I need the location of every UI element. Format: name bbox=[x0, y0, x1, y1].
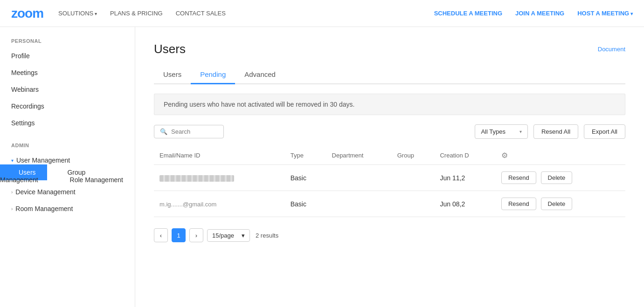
department-cell-1 bbox=[326, 165, 392, 191]
nav-right: SCHEDULE A MEETING JOIN A MEETING HOST A… bbox=[434, 10, 633, 17]
notice-bar: Pending users who have not activated wil… bbox=[154, 94, 625, 115]
email-cell-2: m.ig.......@gmail.com bbox=[154, 191, 285, 217]
tab-pending[interactable]: Pending bbox=[191, 66, 235, 84]
pagination: ‹ 1 › 15/page ▾ 2 results bbox=[154, 228, 625, 242]
chevron-right-icon: › bbox=[11, 190, 13, 195]
results-count: 2 results bbox=[256, 232, 278, 239]
col-type: Type bbox=[285, 146, 326, 165]
nav-left: zoom SOLUTIONS PLANS & PRICING CONTACT S… bbox=[11, 6, 226, 21]
type-select-label: All Types bbox=[481, 128, 506, 135]
type-select[interactable]: All Types ▾ bbox=[475, 124, 528, 139]
room-management-label: Room Management bbox=[15, 205, 73, 212]
sidebar: PERSONAL Profile Meetings Webinars Recor… bbox=[0, 27, 135, 307]
room-management-group[interactable]: › Room Management bbox=[0, 200, 135, 217]
tab-advanced[interactable]: Advanced bbox=[235, 66, 285, 84]
app-layout: PERSONAL Profile Meetings Webinars Recor… bbox=[0, 27, 644, 307]
email-blurred-2: m.ig.......@gmail.com bbox=[159, 201, 216, 208]
per-page-arrow: ▾ bbox=[242, 232, 245, 239]
next-page-button[interactable]: › bbox=[189, 228, 203, 242]
creation-cell-1: Jun 11,2 bbox=[434, 165, 495, 191]
top-navigation: zoom SOLUTIONS PLANS & PRICING CONTACT S… bbox=[0, 0, 644, 27]
delete-button-2[interactable]: Delete bbox=[541, 198, 573, 210]
sidebar-item-profile[interactable]: Profile bbox=[0, 48, 135, 64]
tab-users[interactable]: Users bbox=[154, 66, 191, 84]
device-management-label: Device Management bbox=[15, 188, 75, 196]
search-icon: 🔍 bbox=[160, 128, 167, 135]
type-cell-2: Basic bbox=[285, 191, 326, 217]
admin-label: ADMIN bbox=[0, 143, 135, 152]
group-cell-1 bbox=[392, 165, 435, 191]
toolbar: 🔍 All Types ▾ Resend All Export All bbox=[154, 124, 625, 139]
current-page-button[interactable]: 1 bbox=[172, 228, 186, 242]
sidebar-item-recordings[interactable]: Recordings bbox=[0, 98, 135, 115]
toolbar-right: All Types ▾ Resend All Export All bbox=[475, 124, 625, 139]
zoom-logo[interactable]: zoom bbox=[11, 6, 43, 21]
search-box[interactable]: 🔍 bbox=[154, 125, 224, 138]
personal-label: PERSONAL bbox=[0, 38, 135, 48]
table-row: Basic Jun 11,2 Resend Delete bbox=[154, 165, 625, 191]
nav-links: SOLUTIONS PLANS & PRICING CONTACT SALES bbox=[58, 10, 226, 17]
resend-all-button[interactable]: Resend All bbox=[533, 124, 578, 139]
actions-cell-2: Resend Delete bbox=[496, 191, 625, 217]
per-page-label: 15/page bbox=[212, 232, 234, 239]
plans-pricing-link[interactable]: PLANS & PRICING bbox=[110, 10, 163, 17]
chevron-right-icon2: › bbox=[11, 206, 13, 211]
department-cell-2 bbox=[326, 191, 392, 217]
per-page-select[interactable]: 15/page ▾ bbox=[207, 229, 250, 242]
delete-button-1[interactable]: Delete bbox=[541, 171, 573, 184]
tabs-container: Users Pending Advanced bbox=[154, 66, 625, 84]
document-link[interactable]: Document bbox=[598, 46, 625, 53]
col-creation: Creation D bbox=[434, 146, 495, 165]
group-cell-2 bbox=[392, 191, 435, 217]
col-email: Email/Name ID bbox=[154, 146, 285, 165]
email-cell-1 bbox=[154, 165, 285, 191]
page-header: Users Document bbox=[154, 42, 625, 56]
resend-button-1[interactable]: Resend bbox=[501, 171, 536, 184]
chevron-down-icon: ▾ bbox=[11, 158, 14, 163]
gear-icon[interactable]: ⚙ bbox=[501, 151, 508, 159]
type-cell-1: Basic bbox=[285, 165, 326, 191]
join-meeting-link[interactable]: JOIN A MEETING bbox=[515, 10, 564, 17]
table-row: m.ig.......@gmail.com Basic Jun 08,2 Res… bbox=[154, 191, 625, 217]
page-title: Users bbox=[154, 42, 186, 56]
col-settings: ⚙ bbox=[496, 146, 625, 165]
host-meeting-link[interactable]: HOST A MEETING bbox=[577, 10, 633, 17]
contact-sales-link[interactable]: CONTACT SALES bbox=[176, 10, 226, 17]
col-group: Group bbox=[392, 146, 435, 165]
creation-cell-2: Jun 08,2 bbox=[434, 191, 495, 217]
export-all-button[interactable]: Export All bbox=[584, 124, 625, 139]
col-department: Department bbox=[326, 146, 392, 165]
resend-button-2[interactable]: Resend bbox=[501, 198, 536, 210]
prev-page-button[interactable]: ‹ bbox=[154, 228, 168, 242]
users-table: Email/Name ID Type Department Group Crea… bbox=[154, 146, 625, 217]
main-content: Users Document Users Pending Advanced Pe… bbox=[135, 27, 644, 307]
sidebar-item-webinars[interactable]: Webinars bbox=[0, 81, 135, 98]
actions-cell-1: Resend Delete bbox=[496, 165, 625, 191]
sidebar-item-meetings[interactable]: Meetings bbox=[0, 64, 135, 81]
sidebar-item-role-management[interactable]: Role Management bbox=[51, 172, 134, 188]
personal-section: PERSONAL Profile Meetings Webinars Recor… bbox=[0, 38, 135, 131]
user-management-label: User Management bbox=[16, 157, 70, 164]
solutions-link[interactable]: SOLUTIONS bbox=[58, 10, 97, 17]
search-input[interactable] bbox=[171, 128, 218, 135]
chevron-down-icon: ▾ bbox=[519, 129, 522, 134]
schedule-meeting-link[interactable]: SCHEDULE A MEETING bbox=[434, 10, 502, 17]
email-blurred-1 bbox=[159, 175, 234, 182]
admin-section: ADMIN ▾ User Management Users Group Mana… bbox=[0, 143, 135, 217]
sidebar-item-settings[interactable]: Settings bbox=[0, 115, 135, 131]
